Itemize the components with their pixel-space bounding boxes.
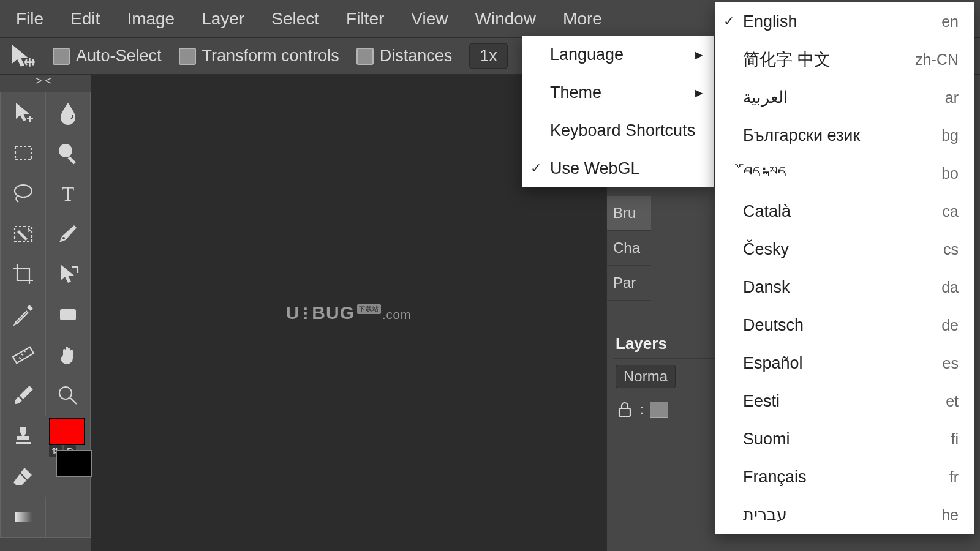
- lock-transparent-button[interactable]: [650, 402, 668, 418]
- more-language[interactable]: Language: [522, 36, 714, 73]
- eraser-tool[interactable]: [1, 456, 45, 497]
- menu-file[interactable]: File: [2, 3, 57, 35]
- hand-tool[interactable]: [45, 335, 90, 375]
- toolbox: T ⇅ D: [0, 92, 91, 538]
- more-use-webgl[interactable]: ✓ Use WebGL: [522, 149, 714, 187]
- svg-point-9: [59, 387, 72, 399]
- panel-tabs: Bru Cha Par: [607, 196, 651, 301]
- menu-select[interactable]: Select: [258, 3, 333, 35]
- language-option-et[interactable]: Eestiet: [715, 382, 974, 420]
- svg-rect-10: [16, 442, 31, 444]
- language-option-label: Български език: [743, 126, 860, 145]
- language-option-he[interactable]: עבריתhe: [715, 496, 974, 534]
- blur-tool[interactable]: [45, 92, 90, 133]
- language-option-code: es: [943, 354, 959, 372]
- tab-character[interactable]: Cha: [607, 231, 651, 266]
- language-submenu[interactable]: ✓Englishen简化字 中文zh-CNالعربيةarБългарски …: [715, 2, 974, 534]
- language-option-en[interactable]: ✓Englishen: [715, 2, 974, 40]
- magnify-tool[interactable]: [45, 133, 90, 173]
- color-swatches: ⇅ D: [45, 416, 90, 497]
- language-option-code: bg: [941, 127, 959, 144]
- brush-tool[interactable]: [1, 375, 45, 416]
- language-option-ca[interactable]: Catalàca: [715, 192, 974, 230]
- auto-select-checkbox[interactable]: Auto-Select: [53, 47, 162, 66]
- tab-paragraph[interactable]: Par: [607, 266, 651, 301]
- language-option-label: 简化字 中文: [743, 48, 831, 70]
- language-option-zh-CN[interactable]: 简化字 中文zh-CN: [715, 40, 974, 78]
- language-option-da[interactable]: Danskda: [715, 268, 974, 306]
- check-icon: ✓: [530, 160, 541, 176]
- auto-select-label: Auto-Select: [76, 47, 162, 66]
- blend-mode-select[interactable]: Norma: [616, 365, 676, 388]
- zoom-tool[interactable]: [45, 375, 90, 416]
- measure-tool[interactable]: [1, 335, 45, 375]
- language-option-fr[interactable]: Françaisfr: [715, 458, 974, 496]
- language-option-bo[interactable]: བོད་སྐདbo: [715, 154, 974, 192]
- language-option-label: עברית: [743, 505, 787, 525]
- toolbox-spacer: [45, 497, 90, 537]
- menu-filter[interactable]: Filter: [333, 3, 398, 35]
- svg-text:T: T: [62, 182, 75, 205]
- language-option-label: العربية: [743, 88, 788, 107]
- language-option-code: zh-CN: [915, 51, 959, 69]
- distances-checkbox[interactable]: Distances: [356, 47, 453, 66]
- zoom-level-select[interactable]: 1x: [469, 43, 508, 69]
- menu-more[interactable]: More: [549, 3, 616, 35]
- checkbox-icon: [53, 48, 70, 65]
- background-color-swatch[interactable]: [56, 450, 92, 477]
- shape-tool[interactable]: [45, 294, 90, 335]
- language-option-label: Eesti: [743, 392, 780, 411]
- checkbox-icon: [356, 48, 374, 65]
- foreground-color-swatch[interactable]: [49, 418, 85, 445]
- svg-point-3: [15, 185, 32, 197]
- more-theme[interactable]: Theme: [522, 73, 714, 111]
- more-theme-label: Theme: [550, 83, 601, 102]
- watermark-logo: U⫶BUG下载站.com: [286, 302, 412, 323]
- language-option-label: བོད་སྐད: [743, 163, 786, 183]
- check-icon: ✓: [723, 13, 734, 29]
- language-option-cs[interactable]: Českycs: [715, 230, 974, 268]
- transform-controls-checkbox[interactable]: Transform controls: [179, 47, 339, 66]
- svg-rect-12: [619, 408, 630, 416]
- menu-layer[interactable]: Layer: [188, 3, 258, 35]
- gradient-tool[interactable]: [1, 497, 45, 537]
- language-option-ar[interactable]: العربيةar: [715, 78, 974, 116]
- distances-label: Distances: [380, 47, 453, 66]
- language-option-code: cs: [943, 241, 959, 258]
- menu-image[interactable]: Image: [113, 3, 188, 35]
- language-option-bg[interactable]: Български езикbg: [715, 116, 974, 154]
- path-select-tool[interactable]: [45, 254, 90, 294]
- pen-tool[interactable]: [45, 214, 90, 254]
- svg-rect-7: [60, 309, 76, 320]
- language-option-code: he: [941, 506, 959, 524]
- language-option-de[interactable]: Deutschde: [715, 306, 974, 344]
- language-option-label: Česky: [743, 240, 789, 259]
- menu-view[interactable]: View: [398, 3, 461, 35]
- tab-brush[interactable]: Bru: [607, 196, 651, 231]
- language-option-label: Français: [743, 468, 807, 487]
- language-option-es[interactable]: Españoles: [715, 344, 974, 382]
- language-option-label: Español: [743, 354, 803, 373]
- language-option-label: Català: [743, 202, 791, 221]
- svg-rect-2: [67, 156, 75, 164]
- crop-tool[interactable]: [1, 254, 45, 294]
- language-option-code: de: [941, 317, 959, 334]
- document-tabstrip[interactable]: > <: [0, 75, 51, 87]
- move-tool-indicator-icon: [6, 43, 36, 70]
- lasso-tool[interactable]: [1, 173, 45, 214]
- move-tool[interactable]: [1, 92, 45, 133]
- lock-icon: [616, 400, 634, 419]
- magic-select-tool[interactable]: [1, 214, 45, 254]
- language-option-code: fr: [949, 468, 959, 486]
- svg-rect-0: [15, 146, 31, 160]
- stamp-tool[interactable]: [1, 416, 45, 456]
- language-option-fi[interactable]: Suomifi: [715, 420, 974, 458]
- type-tool[interactable]: T: [45, 173, 90, 214]
- eyedropper-tool[interactable]: [1, 294, 45, 335]
- menu-edit[interactable]: Edit: [57, 3, 113, 35]
- menu-window[interactable]: Window: [462, 3, 550, 35]
- language-option-code: en: [941, 13, 959, 31]
- svg-point-6: [62, 237, 65, 239]
- more-keyboard-shortcuts[interactable]: Keyboard Shortcuts: [522, 111, 714, 149]
- rect-select-tool[interactable]: [1, 133, 45, 173]
